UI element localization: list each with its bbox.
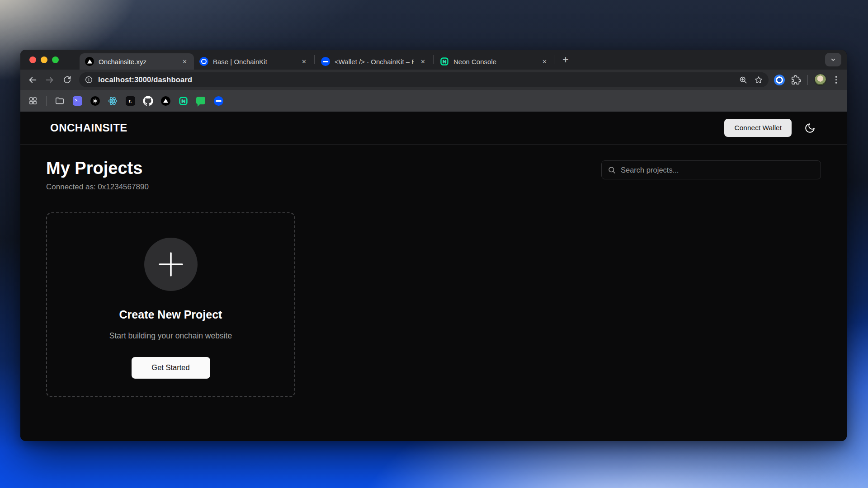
- openai-bookmark-icon[interactable]: [90, 95, 100, 106]
- r-dot-glyph: r.: [126, 96, 135, 106]
- tab-separator: [314, 55, 315, 64]
- folder-icon[interactable]: [54, 95, 65, 106]
- address-bar[interactable]: localhost:3000/dashboard: [79, 72, 769, 87]
- tabs: Onchainsite.xyz ✕ Base | OnchainKit ✕ <W…: [67, 50, 575, 70]
- tab-separator: [555, 55, 555, 64]
- close-tab-icon[interactable]: ✕: [418, 57, 428, 66]
- browser-toolbar: localhost:3000/dashboard: [20, 70, 847, 90]
- get-started-button[interactable]: Get Started: [132, 357, 210, 379]
- minimize-window-button[interactable]: [41, 56, 47, 63]
- toolbar-actions: [774, 74, 842, 86]
- tab-strip: Onchainsite.xyz ✕ Base | OnchainKit ✕ <W…: [20, 50, 847, 70]
- close-tab-icon[interactable]: ✕: [540, 57, 549, 66]
- tab-title: Base | OnchainKit: [213, 58, 295, 66]
- page-title: My Projects: [46, 159, 149, 178]
- tab-wallet-onchainkit[interactable]: <Wallet /> · OnchainKit – Bas ✕: [316, 53, 432, 70]
- browser-menu-icon[interactable]: [833, 76, 840, 84]
- connect-wallet-button[interactable]: Connect Wallet: [724, 119, 792, 137]
- reload-icon: [62, 75, 72, 84]
- blue-extension-icon[interactable]: [774, 75, 785, 85]
- neon-favicon-icon: [440, 57, 449, 66]
- plus-icon: [158, 252, 184, 277]
- r-dot-bookmark-icon[interactable]: r.: [125, 95, 136, 106]
- create-project-card[interactable]: Create New Project Start building your o…: [46, 212, 295, 397]
- close-window-button[interactable]: [29, 56, 36, 63]
- close-tab-icon[interactable]: ✕: [180, 57, 189, 66]
- connected-address-text: Connected as: 0x1234567890: [46, 183, 149, 192]
- tab-base-onchainkit[interactable]: Base | OnchainKit ✕: [194, 53, 313, 70]
- toolbar-separator: [807, 75, 808, 85]
- vercel-favicon-icon: [85, 57, 94, 66]
- extensions-puzzle-icon[interactable]: [791, 75, 801, 85]
- window-controls: [20, 56, 67, 63]
- tab-search-button[interactable]: [825, 53, 841, 66]
- reload-button[interactable]: [59, 72, 75, 88]
- search-projects-box[interactable]: [601, 160, 821, 179]
- chat-bubble-bookmark-icon[interactable]: [195, 95, 206, 106]
- profile-avatar[interactable]: [814, 74, 826, 86]
- moon-icon: [804, 122, 816, 134]
- url-text[interactable]: localhost:3000/dashboard: [98, 75, 735, 84]
- search-icon: [608, 166, 616, 174]
- search-projects-input[interactable]: [621, 166, 815, 174]
- forward-button[interactable]: [42, 72, 57, 88]
- base-bookmark-icon[interactable]: [213, 95, 224, 106]
- dashboard-main: My Projects Connected as: 0x1234567890: [20, 145, 847, 397]
- tab-title: Onchainsite.xyz: [99, 58, 175, 66]
- create-project-title: Create New Project: [119, 308, 222, 321]
- apps-grid-icon[interactable]: [28, 95, 38, 106]
- tab-title: <Wallet /> · OnchainKit – Bas: [335, 58, 414, 66]
- react-bookmark-icon[interactable]: [107, 95, 118, 106]
- base-favicon-icon: [199, 57, 208, 66]
- forward-arrow-icon: [45, 75, 55, 85]
- terminal-glyph: >_: [73, 96, 82, 106]
- bookmarks-bar: >_: [20, 90, 847, 112]
- github-bookmark-icon[interactable]: [142, 95, 153, 106]
- site-header: ONCHAINSITE Connect Wallet: [20, 112, 847, 145]
- site-info-icon[interactable]: [83, 74, 94, 86]
- tab-separator: [433, 55, 434, 64]
- bookmark-star-icon[interactable]: [754, 75, 763, 84]
- brand-logo: ONCHAINSITE: [50, 122, 127, 134]
- browser-window: Onchainsite.xyz ✕ Base | OnchainKit ✕ <W…: [20, 50, 847, 441]
- close-tab-icon[interactable]: ✕: [299, 57, 309, 66]
- bookmarks-separator: [46, 96, 47, 106]
- zoom-window-button[interactable]: [52, 56, 59, 63]
- tab-title: Neon Console: [453, 58, 535, 66]
- page-content: ONCHAINSITE Connect Wallet My Projects C…: [20, 112, 847, 441]
- plus-circle[interactable]: [144, 238, 198, 291]
- base-docs-favicon-icon: [321, 57, 330, 66]
- back-arrow-icon: [28, 75, 38, 85]
- zoom-icon[interactable]: [739, 75, 748, 84]
- vercel-bookmark-icon[interactable]: [160, 95, 171, 106]
- back-button[interactable]: [25, 72, 40, 88]
- tab-onchainsite[interactable]: Onchainsite.xyz ✕: [80, 53, 194, 70]
- theme-toggle-button[interactable]: [803, 122, 816, 134]
- terminal-bookmark-icon[interactable]: >_: [72, 95, 83, 106]
- create-project-subtitle: Start building your onchain website: [109, 331, 232, 341]
- new-tab-button[interactable]: +: [556, 54, 575, 65]
- neon-bookmark-icon[interactable]: [178, 95, 189, 106]
- tab-neon-console[interactable]: Neon Console ✕: [434, 53, 554, 70]
- chevron-down-icon: [830, 56, 837, 63]
